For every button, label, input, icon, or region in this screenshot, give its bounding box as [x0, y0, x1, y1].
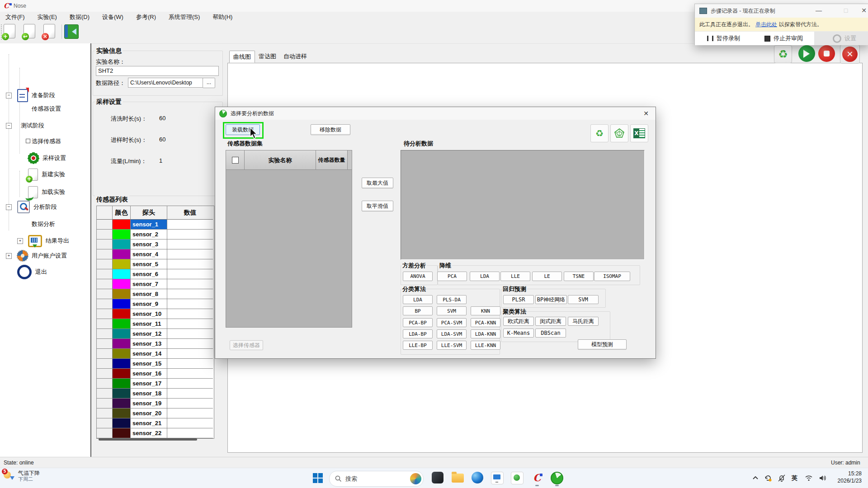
menu-item-5[interactable]: 系统管理(S)	[169, 13, 200, 21]
sensor-name-cell[interactable]: sensor_5	[131, 259, 167, 269]
sensor-name-cell[interactable]: sensor_1	[131, 220, 167, 230]
dim-button-isomap[interactable]: ISOMAP	[594, 272, 630, 281]
reg-button-0[interactable]: PLSR	[503, 295, 534, 304]
sensor-row[interactable]: sensor_15	[97, 359, 214, 369]
reg-button-1[interactable]: BP神经网络	[535, 295, 567, 304]
menu-item-2[interactable]: 数据(D)	[70, 13, 90, 21]
taskbar-monitor-app[interactable]	[488, 470, 506, 487]
expander-icon[interactable]: +	[17, 238, 23, 244]
cls-button-lda[interactable]: LDA	[403, 295, 433, 304]
weather-widget[interactable]: 5 气温下降 下周二	[3, 470, 40, 482]
sensor-name-cell[interactable]: sensor_7	[131, 279, 167, 289]
cls-button-bp[interactable]: BP	[403, 306, 433, 315]
expander-icon[interactable]: −	[6, 204, 12, 210]
banner-link[interactable]: 单击此处	[755, 21, 777, 28]
dialog-close-icon[interactable]: ✕	[641, 109, 651, 118]
sidebar-item-5[interactable]: 新建实验	[0, 167, 90, 182]
taskbar-dark-app[interactable]	[429, 470, 447, 487]
sensor-name-cell[interactable]: sensor_18	[131, 389, 167, 399]
cls-button-svm[interactable]: SVM	[437, 306, 467, 315]
cls-button-pls-da[interactable]: PLS-DA	[437, 295, 467, 304]
sensor-row[interactable]: sensor_11	[97, 319, 214, 329]
sensor-row[interactable]: sensor_4	[97, 249, 214, 259]
recorder-close-icon[interactable]: ✕	[859, 7, 868, 14]
data-path-field[interactable]: C:\Users\Lenovo\Desktop	[128, 78, 203, 88]
sidebar-item-8[interactable]: 数据分析	[0, 216, 90, 232]
sensor-name-cell[interactable]: sensor_19	[131, 399, 167, 408]
dim-button-pca[interactable]: PCA	[437, 272, 467, 281]
expander-icon[interactable]: −	[6, 93, 12, 99]
dim-button-le[interactable]: LE	[532, 272, 562, 281]
sensor-name-cell[interactable]: sensor_6	[131, 269, 167, 279]
taskbar-nose-app[interactable]: C	[528, 470, 546, 487]
menu-item-1[interactable]: 实验(E)	[38, 13, 57, 21]
taskbar-analysis-app[interactable]	[548, 470, 566, 487]
select-all-cell[interactable]	[226, 150, 245, 170]
bell-off-icon[interactable]	[777, 474, 786, 483]
recorder-maximize-icon[interactable]: □	[841, 7, 850, 14]
sensor-row[interactable]: sensor_3	[97, 239, 214, 249]
clu-button-1-1[interactable]: DBScan	[535, 328, 566, 338]
close-doc-icon[interactable]: ✕	[43, 24, 57, 38]
sensor-name-cell[interactable]: sensor_14	[131, 349, 167, 359]
language-indicator[interactable]: 英	[792, 474, 797, 482]
taskbar-clock[interactable]: 15:28 2026/1/23	[838, 470, 862, 484]
cls-button-lda-svm[interactable]: LDA-SVM	[437, 329, 467, 338]
expander-icon[interactable]: +	[6, 253, 12, 259]
menu-item-4[interactable]: 参考(R)	[136, 13, 156, 21]
sensor-row[interactable]: sensor_12	[97, 329, 214, 339]
stop-button[interactable]	[818, 45, 835, 62]
cls-button-knn[interactable]: KNN	[471, 306, 500, 315]
select-sensor-button[interactable]: 选择传感器	[230, 340, 263, 350]
search-box[interactable]: 搜索	[329, 471, 424, 487]
sensor-name-cell[interactable]: sensor_2	[131, 230, 167, 239]
sensor-name-cell[interactable]: sensor_21	[131, 418, 167, 428]
sensor-name-cell[interactable]: sensor_3	[131, 239, 167, 249]
sidebar-item-2[interactable]: −测试阶段	[0, 118, 90, 133]
sensor-name-cell[interactable]: sensor_4	[131, 249, 167, 259]
sensor-row[interactable]: sensor_14	[97, 349, 214, 359]
clu-button-0-2[interactable]: 马氏距离	[568, 317, 599, 326]
panel-icon[interactable]	[64, 24, 79, 39]
clu-button-0-1[interactable]: 闵式距离	[535, 317, 566, 326]
menu-item-3[interactable]: 设备(W)	[102, 13, 123, 21]
refresh-button[interactable]: ♻	[590, 124, 609, 142]
take-smooth-button[interactable]: 取平滑值	[362, 201, 393, 211]
sidebar-item-10[interactable]: +用户账户设置	[0, 248, 90, 263]
tab-curve[interactable]: 曲线图	[229, 51, 255, 63]
sensor-name-cell[interactable]: sensor_20	[131, 408, 167, 418]
clu-button-0-0[interactable]: 欧式距离	[503, 317, 534, 326]
sensor-name-cell[interactable]: sensor_22	[131, 428, 167, 438]
clu-button-1-0[interactable]: K-Means	[503, 328, 534, 338]
taskbar-green-app[interactable]	[508, 470, 526, 487]
sidebar-item-0[interactable]: −准备阶段	[0, 88, 90, 103]
tab-radar[interactable]: 雷达图	[255, 51, 280, 63]
tab-autosample[interactable]: 自动进样	[280, 51, 311, 63]
taskbar-edge[interactable]	[468, 470, 486, 487]
model-predict-button[interactable]: 模型预测	[578, 339, 627, 350]
stop-review-button[interactable]: 停止并审阅	[764, 32, 803, 45]
sync-icon[interactable]	[764, 474, 773, 483]
cls-button-lle-knn[interactable]: LLE-KNN	[471, 341, 500, 350]
anova-button[interactable]: ANOVA	[403, 272, 433, 281]
cls-button-lle-svm[interactable]: LLE-SVM	[437, 341, 467, 350]
close-app-button[interactable]: ✕	[840, 45, 860, 64]
cls-button-pca-svm[interactable]: PCA-SVM	[437, 318, 467, 327]
remove-data-button[interactable]: 移除数据	[311, 124, 350, 135]
experiment-name-field[interactable]: SHT2	[96, 66, 219, 76]
excel-export-button[interactable]: X	[630, 124, 648, 142]
recycle-button[interactable]: ♻	[774, 45, 792, 63]
cls-button-lle-bp[interactable]: LLE-BP	[403, 341, 433, 350]
sensor-row[interactable]: sensor_7	[97, 279, 214, 289]
sensor-name-cell[interactable]: sensor_8	[131, 289, 167, 299]
sensor-row[interactable]: sensor_5	[97, 259, 214, 269]
pending-data-panel[interactable]	[401, 150, 645, 260]
sensor-row[interactable]: sensor_22	[97, 428, 214, 438]
sensor-row[interactable]: sensor_8	[97, 289, 214, 299]
sensor-name-cell[interactable]: sensor_12	[131, 329, 167, 339]
taskbar-file-explorer[interactable]	[448, 470, 467, 487]
recorder-settings-button[interactable]: 设置	[833, 32, 856, 45]
sensor-row[interactable]: sensor_2	[97, 230, 214, 239]
sensor-name-cell[interactable]: sensor_15	[131, 359, 167, 369]
sensor-name-cell[interactable]: sensor_11	[131, 319, 167, 329]
